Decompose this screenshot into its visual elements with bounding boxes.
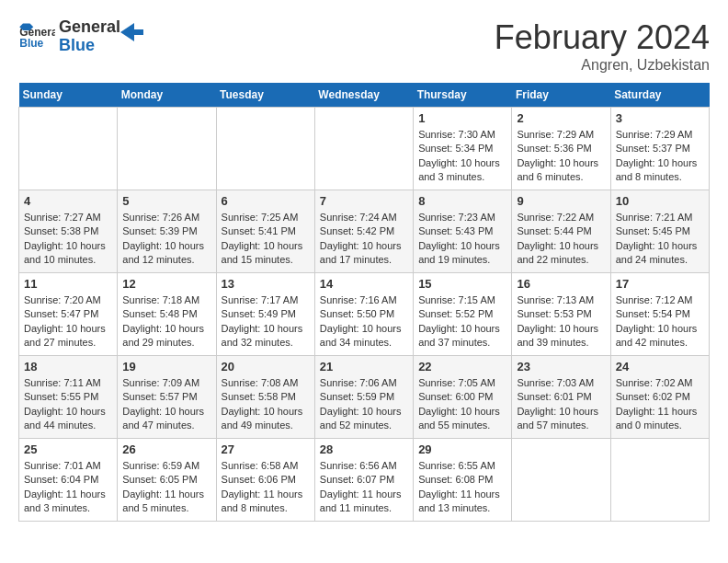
day-number: 7 bbox=[320, 194, 408, 208]
day-number: 8 bbox=[418, 194, 506, 208]
logo-arrow-icon bbox=[116, 18, 143, 46]
day-number: 1 bbox=[418, 111, 506, 125]
day-number: 2 bbox=[517, 111, 605, 125]
day-number: 5 bbox=[122, 194, 210, 208]
day-info: Sunrise: 6:59 AMSunset: 6:05 PMDaylight:… bbox=[122, 459, 210, 516]
weekday-header-monday: Monday bbox=[118, 83, 216, 108]
day-info: Sunrise: 6:55 AMSunset: 6:08 PMDaylight:… bbox=[418, 459, 506, 516]
calendar-cell: 26Sunrise: 6:59 AMSunset: 6:05 PMDayligh… bbox=[118, 439, 216, 522]
calendar-cell bbox=[216, 108, 314, 190]
calendar-week-4: 18Sunrise: 7:11 AMSunset: 5:55 PMDayligh… bbox=[19, 356, 710, 439]
day-info: Sunrise: 6:58 AMSunset: 6:06 PMDaylight:… bbox=[222, 459, 310, 516]
calendar-cell: 28Sunrise: 6:56 AMSunset: 6:07 PMDayligh… bbox=[314, 439, 413, 522]
weekday-header-tuesday: Tuesday bbox=[216, 83, 314, 108]
day-info: Sunrise: 7:23 AMSunset: 5:43 PMDaylight:… bbox=[418, 211, 506, 268]
day-number: 25 bbox=[24, 442, 112, 456]
calendar-cell: 1Sunrise: 7:30 AMSunset: 5:34 PMDaylight… bbox=[414, 108, 512, 190]
weekday-header-friday: Friday bbox=[512, 83, 610, 108]
calendar-week-3: 11Sunrise: 7:20 AMSunset: 5:47 PMDayligh… bbox=[19, 273, 710, 356]
day-number: 23 bbox=[517, 360, 605, 373]
calendar-cell: 23Sunrise: 7:03 AMSunset: 6:01 PMDayligh… bbox=[512, 356, 610, 439]
day-info: Sunrise: 7:03 AMSunset: 6:01 PMDaylight:… bbox=[517, 376, 605, 433]
calendar-cell: 18Sunrise: 7:11 AMSunset: 5:55 PMDayligh… bbox=[19, 356, 118, 439]
calendar-cell: 14Sunrise: 7:16 AMSunset: 5:50 PMDayligh… bbox=[314, 273, 413, 356]
calendar-cell: 24Sunrise: 7:02 AMSunset: 6:02 PMDayligh… bbox=[610, 356, 709, 439]
day-info: Sunrise: 7:25 AMSunset: 5:41 PMDaylight:… bbox=[222, 211, 310, 268]
calendar-cell: 7Sunrise: 7:24 AMSunset: 5:42 PMDaylight… bbox=[314, 190, 413, 273]
calendar-cell bbox=[19, 108, 118, 190]
day-number: 26 bbox=[122, 442, 210, 456]
calendar-cell: 22Sunrise: 7:05 AMSunset: 6:00 PMDayligh… bbox=[414, 356, 512, 439]
day-number: 13 bbox=[222, 277, 310, 291]
day-info: Sunrise: 7:20 AMSunset: 5:47 PMDaylight:… bbox=[24, 293, 112, 350]
day-number: 10 bbox=[616, 194, 704, 208]
logo-general: General bbox=[59, 18, 120, 37]
day-number: 9 bbox=[517, 194, 605, 208]
calendar-cell: 4Sunrise: 7:27 AMSunset: 5:38 PMDaylight… bbox=[19, 190, 118, 273]
calendar-cell bbox=[512, 439, 610, 522]
day-info: Sunrise: 6:56 AMSunset: 6:07 PMDaylight:… bbox=[320, 459, 408, 516]
calendar-cell: 16Sunrise: 7:13 AMSunset: 5:53 PMDayligh… bbox=[512, 273, 610, 356]
day-info: Sunrise: 7:08 AMSunset: 5:58 PMDaylight:… bbox=[222, 376, 310, 433]
day-info: Sunrise: 7:21 AMSunset: 5:45 PMDaylight:… bbox=[616, 211, 704, 268]
day-info: Sunrise: 7:02 AMSunset: 6:02 PMDaylight:… bbox=[616, 376, 704, 433]
calendar-week-1: 1Sunrise: 7:30 AMSunset: 5:34 PMDaylight… bbox=[19, 108, 710, 190]
day-info: Sunrise: 7:29 AMSunset: 5:36 PMDaylight:… bbox=[517, 128, 605, 185]
day-number: 22 bbox=[418, 360, 506, 373]
location-subtitle: Angren, Uzbekistan bbox=[495, 57, 710, 74]
calendar-cell: 10Sunrise: 7:21 AMSunset: 5:45 PMDayligh… bbox=[610, 190, 709, 273]
day-info: Sunrise: 7:13 AMSunset: 5:53 PMDaylight:… bbox=[517, 293, 605, 350]
calendar-cell: 2Sunrise: 7:29 AMSunset: 5:36 PMDaylight… bbox=[512, 108, 610, 190]
svg-marker-3 bbox=[120, 23, 143, 41]
calendar-cell: 29Sunrise: 6:55 AMSunset: 6:08 PMDayligh… bbox=[414, 439, 512, 522]
calendar-cell: 27Sunrise: 6:58 AMSunset: 6:06 PMDayligh… bbox=[216, 439, 314, 522]
day-number: 20 bbox=[222, 360, 310, 373]
calendar-cell: 11Sunrise: 7:20 AMSunset: 5:47 PMDayligh… bbox=[19, 273, 118, 356]
calendar-week-5: 25Sunrise: 7:01 AMSunset: 6:04 PMDayligh… bbox=[19, 439, 710, 522]
calendar-cell: 25Sunrise: 7:01 AMSunset: 6:04 PMDayligh… bbox=[19, 439, 118, 522]
day-number: 19 bbox=[122, 360, 210, 373]
calendar-week-2: 4Sunrise: 7:27 AMSunset: 5:38 PMDaylight… bbox=[19, 190, 710, 273]
calendar-cell: 21Sunrise: 7:06 AMSunset: 5:59 PMDayligh… bbox=[314, 356, 413, 439]
calendar-cell: 5Sunrise: 7:26 AMSunset: 5:39 PMDaylight… bbox=[118, 190, 216, 273]
calendar-cell: 6Sunrise: 7:25 AMSunset: 5:41 PMDaylight… bbox=[216, 190, 314, 273]
title-block: February 2024 Angren, Uzbekistan bbox=[495, 18, 710, 74]
calendar-cell: 8Sunrise: 7:23 AMSunset: 5:43 PMDaylight… bbox=[414, 190, 512, 273]
day-number: 18 bbox=[24, 360, 112, 373]
logo-icon: General Blue bbox=[18, 23, 55, 51]
day-number: 14 bbox=[320, 277, 408, 291]
day-info: Sunrise: 7:16 AMSunset: 5:50 PMDaylight:… bbox=[320, 293, 408, 350]
day-info: Sunrise: 7:30 AMSunset: 5:34 PMDaylight:… bbox=[418, 128, 506, 185]
calendar-cell: 12Sunrise: 7:18 AMSunset: 5:48 PMDayligh… bbox=[118, 273, 216, 356]
day-number: 24 bbox=[616, 360, 704, 373]
day-number: 6 bbox=[222, 194, 310, 208]
logo-blue: Blue bbox=[59, 37, 120, 55]
day-info: Sunrise: 7:11 AMSunset: 5:55 PMDaylight:… bbox=[24, 376, 112, 433]
day-info: Sunrise: 7:26 AMSunset: 5:39 PMDaylight:… bbox=[122, 211, 210, 268]
page-header: General Blue General Blue February 2024 … bbox=[18, 18, 710, 74]
svg-text:Blue: Blue bbox=[19, 36, 43, 49]
weekday-header-thursday: Thursday bbox=[414, 83, 512, 108]
day-info: Sunrise: 7:27 AMSunset: 5:38 PMDaylight:… bbox=[24, 211, 112, 268]
logo: General Blue General Blue bbox=[18, 18, 143, 55]
calendar-cell: 13Sunrise: 7:17 AMSunset: 5:49 PMDayligh… bbox=[216, 273, 314, 356]
day-info: Sunrise: 7:06 AMSunset: 5:59 PMDaylight:… bbox=[320, 376, 408, 433]
calendar-cell: 19Sunrise: 7:09 AMSunset: 5:57 PMDayligh… bbox=[118, 356, 216, 439]
calendar-cell: 17Sunrise: 7:12 AMSunset: 5:54 PMDayligh… bbox=[610, 273, 709, 356]
day-info: Sunrise: 7:24 AMSunset: 5:42 PMDaylight:… bbox=[320, 211, 408, 268]
weekday-header-row: SundayMondayTuesdayWednesdayThursdayFrid… bbox=[19, 83, 710, 108]
calendar-cell: 9Sunrise: 7:22 AMSunset: 5:44 PMDaylight… bbox=[512, 190, 610, 273]
day-number: 21 bbox=[320, 360, 408, 373]
calendar-table: SundayMondayTuesdayWednesdayThursdayFrid… bbox=[18, 83, 710, 522]
calendar-cell: 15Sunrise: 7:15 AMSunset: 5:52 PMDayligh… bbox=[414, 273, 512, 356]
day-info: Sunrise: 7:17 AMSunset: 5:49 PMDaylight:… bbox=[222, 293, 310, 350]
month-title: February 2024 bbox=[495, 18, 710, 57]
day-number: 29 bbox=[418, 442, 506, 456]
day-number: 28 bbox=[320, 442, 408, 456]
day-info: Sunrise: 7:12 AMSunset: 5:54 PMDaylight:… bbox=[616, 293, 704, 350]
day-number: 15 bbox=[418, 277, 506, 291]
day-info: Sunrise: 7:29 AMSunset: 5:37 PMDaylight:… bbox=[616, 128, 704, 185]
day-number: 17 bbox=[616, 277, 704, 291]
calendar-cell: 20Sunrise: 7:08 AMSunset: 5:58 PMDayligh… bbox=[216, 356, 314, 439]
day-number: 16 bbox=[517, 277, 605, 291]
